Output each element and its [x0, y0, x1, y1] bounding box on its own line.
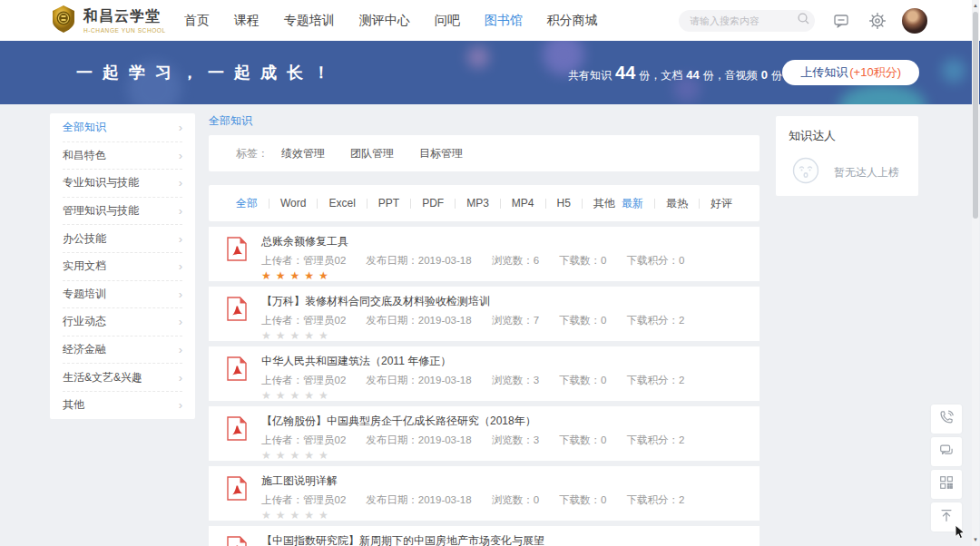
sidebar-item-special-training[interactable]: 专题培训›	[63, 280, 182, 308]
mouse-cursor	[955, 524, 966, 543]
scrollbar-down-arrow[interactable]: ▾	[972, 536, 979, 543]
library-banner: 一起学习，一起成长！ 共有知识 44 份，文档 44 份，音视频 0 份 上传知…	[0, 41, 980, 104]
rating-stars: ★★★★★	[261, 330, 684, 341]
site-logo[interactable]: 和昌云学堂 H-CHANGE YUN SCHOOL	[50, 5, 166, 37]
breadcrumb[interactable]: 全部知识	[209, 113, 760, 129]
nav-item-home[interactable]: 首页	[184, 13, 210, 29]
knowledge-meta: 上传者：管理员02 发布日期：2019-03-18 浏览数：6 下载数：0 下载…	[261, 254, 684, 268]
nav-item-qa[interactable]: 问吧	[435, 13, 460, 29]
chevron-right-icon: ›	[179, 398, 182, 412]
pdf-file-icon	[227, 536, 249, 546]
knowledge-list-item[interactable]: 中华人民共和国建筑法（2011 年修正） 上传者：管理员02 发布日期：2019…	[209, 346, 760, 401]
phone-icon	[938, 409, 955, 429]
knowledge-title[interactable]: 施工图说明详解	[261, 473, 684, 489]
phone-contact-button[interactable]	[931, 405, 962, 434]
gear-icon[interactable]	[867, 11, 887, 31]
knowledge-list-item[interactable]: 施工图说明详解 上传者：管理员02 发布日期：2019-03-18 浏览数：0 …	[209, 466, 760, 521]
sidebar-item-other[interactable]: 其他›	[63, 391, 182, 419]
rating-stars: ★★★★★	[261, 270, 684, 281]
divider	[317, 199, 318, 209]
upload-button-bonus: (+10积分)	[849, 64, 901, 81]
knowledge-list-item[interactable]: 【中国指数研究院】新周期下的中国房地产市场变化与展望	[209, 526, 760, 546]
divider	[500, 199, 501, 209]
sidebar-item-life-arts[interactable]: 生活&文艺&兴趣›	[63, 363, 182, 391]
rating-stars: ★★★★★	[261, 510, 684, 521]
divider	[699, 199, 700, 209]
knowledge-title[interactable]: 【中国指数研究院】新周期下的中国房地产市场变化与展望	[261, 533, 544, 546]
knowledge-title[interactable]: 【亿翰股份】中国典型房企千亿成长路径研究（2018年）	[261, 414, 684, 429]
filter-tab-excel[interactable]: Excel	[328, 197, 355, 210]
top-navigation-bar: 和昌云学堂 H-CHANGE YUN SCHOOL 首页 课程 专题培训 测评中…	[0, 0, 980, 41]
knowledge-meta: 上传者：管理员02 发布日期：2019-03-18 浏览数：3 下载数：0 下载…	[261, 434, 684, 447]
sidebar-item-management-skills[interactable]: 管理知识与技能›	[63, 197, 182, 225]
sort-newest[interactable]: 最新	[622, 196, 643, 211]
knowledge-title[interactable]: 【万科】装修材料合同交底及材料验收检测培训	[261, 294, 684, 309]
knowledge-list-item[interactable]: 【万科】装修材料合同交底及材料验收检测培训 上传者：管理员02 发布日期：201…	[209, 287, 760, 341]
knowledge-title[interactable]: 中华人民共和国建筑法（2011 年修正）	[261, 354, 684, 369]
nav-item-assessment-center[interactable]: 测评中心	[359, 13, 410, 29]
chevron-right-icon: ›	[179, 149, 182, 162]
nav-item-courses[interactable]: 课程	[234, 13, 260, 29]
banner-decor-dot	[839, 84, 926, 104]
filter-tab-mp3[interactable]: MP3	[466, 197, 489, 210]
stats-doc-count: 44	[686, 68, 699, 82]
tag-team-management[interactable]: 团队管理	[350, 146, 394, 161]
scrollbar-up-arrow[interactable]: ▴	[972, 2, 979, 9]
upload-knowledge-button[interactable]: 上传知识 (+10积分)	[782, 60, 919, 85]
pdf-file-icon	[227, 476, 249, 521]
logo-text: 和昌云学堂 H-CHANGE YUN SCHOOL	[83, 7, 166, 34]
banner-decor-dot	[942, 59, 965, 83]
scrollbar-thumb[interactable]	[973, 12, 978, 219]
filter-tab-h5[interactable]: H5	[557, 197, 571, 210]
tag-goal-management[interactable]: 目标管理	[419, 146, 463, 161]
user-avatar[interactable]	[902, 8, 927, 34]
sidebar-item-professional-skills[interactable]: 专业知识与技能›	[63, 169, 182, 197]
filter-bar: 全部 Word Excel PPT PDF MP3 MP4 H5 其他 最新 最…	[209, 185, 760, 221]
logo-subtitle: H-CHANGE YUN SCHOOL	[83, 27, 166, 34]
main-content: 全部知识 标签： 绩效管理 团队管理 目标管理 全部 Word Excel PP…	[209, 113, 760, 546]
knowledge-title[interactable]: 总账余额修复工具	[261, 234, 684, 249]
filter-tab-pdf[interactable]: PDF	[422, 197, 444, 210]
sidebar-item-hechang-features[interactable]: 和昌特色›	[63, 141, 182, 170]
qrcode-button[interactable]	[931, 470, 962, 499]
pdf-file-icon	[227, 237, 249, 281]
nav-item-points-mall[interactable]: 积分商城	[547, 13, 598, 29]
sidebar-item-all-knowledge[interactable]: 全部知识›	[63, 113, 182, 141]
chevron-right-icon: ›	[179, 204, 182, 218]
sort-hottest[interactable]: 最热	[666, 196, 688, 211]
stats-media-count: 0	[761, 68, 768, 82]
sidebar-item-economy-finance[interactable]: 经济金融›	[63, 336, 182, 364]
tag-performance-management[interactable]: 绩效管理	[281, 146, 325, 161]
filter-tab-all[interactable]: 全部	[236, 196, 258, 211]
divider	[367, 199, 368, 209]
divider	[654, 199, 655, 209]
pdf-file-icon	[227, 356, 249, 401]
search-input[interactable]	[690, 15, 797, 26]
feedback-chat-button[interactable]	[931, 437, 962, 466]
rating-stars: ★★★★★	[261, 450, 684, 461]
filter-tab-mp4[interactable]: MP4	[512, 197, 534, 210]
sort-top-rated[interactable]: 好评	[710, 196, 732, 211]
message-icon[interactable]	[831, 11, 851, 31]
stats-label-total: 共有知识	[568, 68, 612, 83]
page-scrollbar[interactable]: ▴ ▾	[972, 0, 979, 546]
sidebar-item-industry-news[interactable]: 行业动态›	[63, 307, 182, 336]
search-box[interactable]	[679, 10, 815, 32]
filter-tab-word[interactable]: Word	[280, 197, 306, 210]
sidebar-item-office-skills[interactable]: 办公技能›	[63, 224, 182, 252]
knowledge-expert-panel: 知识达人 暂无达人上榜	[776, 116, 918, 196]
chat-icon	[938, 442, 955, 462]
nav-item-special-training[interactable]: 专题培训	[284, 13, 335, 29]
knowledge-list-item[interactable]: 【亿翰股份】中国典型房企千亿成长路径研究（2018年） 上传者：管理员02 发布…	[209, 406, 760, 461]
nav-item-library[interactable]: 图书馆	[485, 13, 523, 29]
sidebar-item-practical-docs[interactable]: 实用文档›	[63, 252, 182, 280]
knowledge-list-item[interactable]: 总账余额修复工具 上传者：管理员02 发布日期：2019-03-18 浏览数：6…	[209, 227, 760, 281]
filter-tab-other[interactable]: 其他	[593, 196, 615, 211]
divider	[582, 199, 583, 209]
upload-button-label: 上传知识	[800, 64, 848, 81]
floating-toolbar	[931, 405, 962, 535]
banner-slogan: 一起学习，一起成长！	[76, 62, 339, 83]
search-icon[interactable]	[797, 12, 810, 29]
filter-tab-ppt[interactable]: PPT	[378, 197, 399, 210]
logo-title: 和昌云学堂	[83, 7, 166, 26]
